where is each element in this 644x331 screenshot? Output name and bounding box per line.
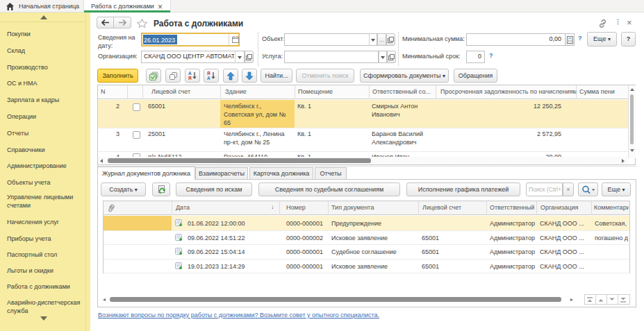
svg-text:Я: Я [207, 71, 210, 76]
svg-text:А: А [188, 71, 192, 76]
svg-text:Я: Я [188, 76, 192, 80]
svg-text:А: А [207, 76, 210, 80]
